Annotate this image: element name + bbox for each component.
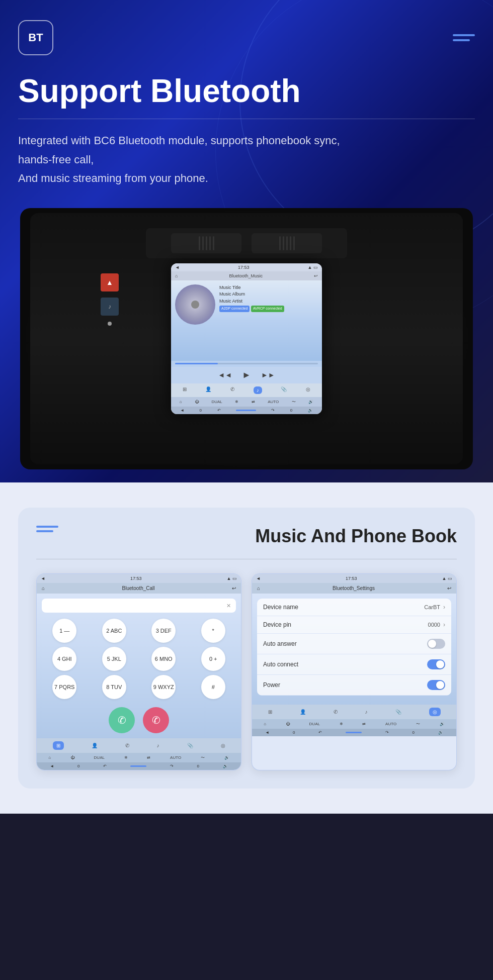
- settings-back-nav-icon[interactable]: ↩: [447, 585, 451, 591]
- contact-s-bottom-tab[interactable]: 👤: [300, 709, 306, 715]
- ctrl-home-icon[interactable]: ⌂: [180, 400, 182, 404]
- eye-s-bottom-tab[interactable]: ◎: [429, 708, 441, 716]
- phone-s-bottom-tab[interactable]: ✆: [334, 709, 338, 715]
- vol-right-icon[interactable]: 🔊: [308, 408, 313, 413]
- music-s-bottom-tab[interactable]: ♪: [365, 709, 368, 715]
- back-arrow-icon[interactable]: ◄: [175, 265, 180, 270]
- grid-s-bottom-tab[interactable]: ⊞: [268, 709, 272, 715]
- ctrl-power-icon[interactable]: ⏻: [195, 400, 199, 404]
- grid-tab-icon[interactable]: ⊞: [183, 386, 187, 394]
- music-tab-icon[interactable]: ♪: [254, 386, 262, 394]
- next-icon[interactable]: ►►: [261, 371, 275, 379]
- feature-menu-icon[interactable]: [36, 526, 58, 532]
- clip-s-bottom-tab[interactable]: 📎: [395, 709, 401, 715]
- dial-key-5[interactable]: 5 JKL: [102, 647, 126, 671]
- dial-key-7[interactable]: 7 PQRS: [52, 675, 76, 699]
- eye-tab-icon[interactable]: ◎: [306, 386, 310, 394]
- dial-key-hash[interactable]: #: [201, 675, 225, 699]
- ctrl-loop-icon[interactable]: ⇄: [252, 400, 255, 404]
- settings-home-icon[interactable]: ⌂: [257, 585, 260, 591]
- call-back-nav-icon[interactable]: ↩: [232, 585, 236, 591]
- screen-nav-title: Bluetooth_Music: [229, 273, 263, 278]
- answer-call-button[interactable]: ✆: [109, 707, 135, 733]
- phone-tab-icon[interactable]: ✆: [230, 386, 234, 394]
- nav2-left-icon[interactable]: ↶: [103, 764, 107, 768]
- slider-bar-2[interactable]: [130, 765, 146, 767]
- dialpad-input-field[interactable]: ✕: [42, 599, 236, 613]
- call-home-icon[interactable]: ⌂: [42, 585, 45, 591]
- ctrl-vol-icon[interactable]: 🔊: [308, 400, 313, 404]
- call-back-icon[interactable]: ◄: [41, 576, 45, 581]
- dial-key-2[interactable]: 2 ABC: [102, 619, 126, 643]
- dial-key-6[interactable]: 6 MNO: [151, 647, 176, 671]
- dial-key-4[interactable]: 4 GHI: [52, 647, 76, 671]
- ctrl3-auto-label: AUTO: [385, 722, 396, 726]
- slider-bar[interactable]: [236, 410, 256, 411]
- ctrl2-wave-icon[interactable]: 〜: [201, 755, 205, 760]
- ctrl3-loop-icon[interactable]: ⇄: [362, 722, 366, 726]
- clip-bottom-tab[interactable]: 📎: [187, 743, 193, 748]
- ctrl3-power-icon[interactable]: ⏻: [286, 722, 290, 726]
- dial-key-3[interactable]: 3 DEF: [151, 619, 176, 643]
- progress-bar-area: [171, 361, 322, 367]
- ctrl2-ac-icon[interactable]: ❄: [124, 755, 128, 760]
- contact-tab-icon[interactable]: 👤: [205, 386, 211, 394]
- ctrl3-home-icon[interactable]: ⌂: [264, 722, 266, 726]
- nav2-right-icon[interactable]: ↷: [170, 764, 174, 768]
- ctrl2-home-icon[interactable]: ⌂: [48, 755, 51, 760]
- play-icon[interactable]: ►: [242, 370, 251, 380]
- screen-status-bar: ◄ 17:53 ▲ ▭: [171, 263, 322, 271]
- nav-left-icon[interactable]: ↶: [217, 408, 221, 413]
- dial-key-9[interactable]: 9 WXYZ: [151, 675, 176, 699]
- clip-tab-icon[interactable]: 📎: [281, 386, 287, 394]
- settings-device-name-row[interactable]: Device name CarBT ›: [257, 599, 451, 616]
- grid-bottom-tab[interactable]: ⊞: [53, 741, 64, 750]
- home-icon[interactable]: ⌂: [175, 273, 178, 278]
- prev-icon[interactable]: ◄◄: [218, 371, 232, 379]
- nav2-back-icon[interactable]: ◄: [50, 764, 54, 768]
- vol2-right-icon[interactable]: 🔊: [223, 764, 228, 768]
- settings-power-row[interactable]: Power: [257, 675, 451, 696]
- ctrl3-vol-icon[interactable]: 🔊: [440, 722, 445, 726]
- nav-right-icon[interactable]: ↷: [271, 408, 275, 413]
- vol3-right-icon[interactable]: 🔊: [438, 730, 443, 735]
- device-pin-value-group: 0000 ›: [428, 621, 445, 628]
- ctrl2-vol-icon[interactable]: 🔊: [224, 755, 229, 760]
- bluetooth-settings-panel: ◄ 17:53 ▲ ▭ ⌂ Bluetooth_Settings ↩ Devic…: [252, 573, 457, 770]
- settings-list: Device name CarBT › Device pin 0000 ›: [257, 599, 451, 696]
- music-bottom-tab[interactable]: ♪: [157, 743, 159, 748]
- slider-bar-3[interactable]: [346, 732, 362, 733]
- warning-btn[interactable]: ▲: [101, 273, 119, 291]
- ctrl-ac-icon[interactable]: ❄: [235, 400, 238, 404]
- ctrl2-power-icon[interactable]: ⏻: [70, 755, 74, 760]
- dual-screens-container: ◄ 17:53 ▲ ▭ ⌂ Bluetooth_Call ↩ ✕: [36, 573, 457, 770]
- dial-key-1[interactable]: 1 —: [52, 619, 76, 643]
- dial-key-star[interactable]: *: [201, 619, 225, 643]
- dial-key-8[interactable]: 8 TUV: [102, 675, 126, 699]
- clear-input-icon[interactable]: ✕: [226, 603, 231, 609]
- contact-bottom-tab[interactable]: 👤: [92, 743, 98, 748]
- settings-back-icon[interactable]: ◄: [256, 576, 261, 581]
- end-call-button[interactable]: ✆: [143, 707, 169, 733]
- auto-answer-toggle[interactable]: [427, 639, 445, 649]
- nav-back-icon[interactable]: ◄: [180, 408, 184, 413]
- settings-device-pin-row[interactable]: Device pin 0000 ›: [257, 616, 451, 634]
- auto-connect-toggle[interactable]: [427, 659, 445, 669]
- nav3-left-icon[interactable]: ↶: [318, 730, 322, 735]
- settings-auto-answer-row[interactable]: Auto answer: [257, 634, 451, 654]
- ctrl-wave-icon[interactable]: 〜: [292, 399, 296, 405]
- hamburger-menu[interactable]: [453, 34, 475, 41]
- ctrl3-ac-icon[interactable]: ❄: [340, 722, 343, 726]
- ctrl2-loop-icon[interactable]: ⇄: [147, 755, 150, 760]
- back-nav-icon[interactable]: ↩: [314, 273, 318, 278]
- dial-key-0[interactable]: 0 +: [201, 647, 225, 671]
- media-btn[interactable]: ♪: [101, 298, 119, 316]
- settings-auto-connect-row[interactable]: Auto connect: [257, 654, 451, 675]
- a2dp-badge: A2DP connected: [219, 306, 250, 312]
- ctrl3-wave-icon[interactable]: 〜: [416, 721, 420, 727]
- nav3-right-icon[interactable]: ↷: [385, 730, 389, 735]
- nav3-back-icon[interactable]: ◄: [265, 730, 269, 735]
- phone-bottom-tab[interactable]: ✆: [125, 743, 129, 748]
- power-toggle[interactable]: [427, 680, 445, 690]
- eye-bottom-tab[interactable]: ◎: [221, 743, 225, 748]
